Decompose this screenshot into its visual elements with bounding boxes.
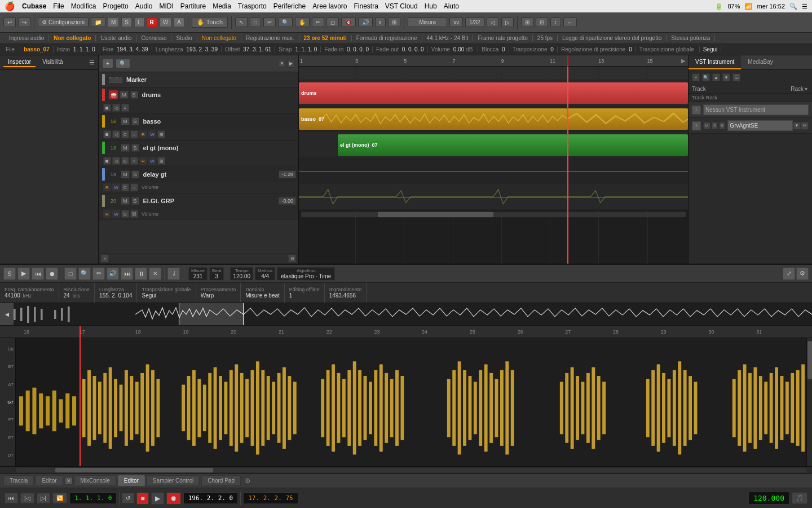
editor-rewind-btn[interactable]: ⏮ — [32, 268, 44, 280]
m-btn[interactable]: M — [108, 17, 119, 27]
basso-r-btn[interactable]: R — [139, 130, 147, 138]
loop-btn[interactable]: ⏮ — [5, 493, 18, 503]
menu-audio[interactable]: Audio — [135, 2, 153, 10]
editor-ff-btn[interactable]: ⏭ — [121, 268, 133, 280]
editor-speaker-btn[interactable]: 🔊 — [107, 268, 119, 280]
rack-dropdown-icon[interactable]: ▼ — [804, 86, 809, 92]
editor-pencil-btn[interactable]: ✏ — [92, 268, 105, 280]
basso-w-btn[interactable]: W — [148, 130, 156, 138]
tab-editor-1[interactable]: Editor — [36, 475, 63, 486]
overview-selection[interactable] — [179, 303, 244, 325]
l-btn[interactable]: L — [134, 17, 144, 27]
tool-select[interactable]: ↖ — [235, 17, 248, 27]
tracklist-settings-btn[interactable]: ⚙ — [288, 255, 296, 262]
vst-slot-2-edit[interactable]: ✏ — [801, 122, 809, 130]
inspector-menu-icon[interactable]: ☰ — [89, 59, 95, 66]
editor-expand-btn[interactable]: ⤢ — [783, 268, 795, 280]
vst-search-btn[interactable]: 🔍 — [702, 73, 710, 81]
vst-slot-1[interactable]: 1 Nessun VST Instrument — [689, 102, 812, 118]
drums-clip[interactable]: drums — [299, 82, 567, 104]
studio[interactable]: Studio — [171, 35, 197, 41]
menu-midi[interactable]: MIDI — [159, 2, 173, 10]
arrange-scrollbar[interactable] — [301, 212, 686, 217]
redo-btn[interactable]: ↪ — [18, 17, 30, 27]
r-btn[interactable]: R — [147, 17, 157, 27]
tab-editor-2[interactable]: Editor — [118, 475, 145, 486]
misura-btn[interactable]: Misura — [408, 17, 447, 27]
record-btn[interactable]: ⏺ — [166, 492, 181, 505]
add-track-btn[interactable]: + — [102, 59, 113, 68]
delay-mute-btn[interactable]: M — [121, 170, 130, 178]
grp-name[interactable]: El.Gt. GRP — [141, 196, 177, 205]
vv-btn[interactable]: vv — [449, 17, 463, 27]
tb3[interactable]: ↕ — [550, 17, 561, 27]
editor-close-btn[interactable]: ✕ — [149, 268, 161, 280]
delay-r-btn[interactable]: R — [103, 183, 111, 191]
tab-close-btn[interactable]: ✕ — [65, 477, 73, 485]
drums-solo-btn[interactable]: S — [130, 91, 138, 99]
delay-w-btn[interactable]: W — [112, 183, 120, 191]
tab-settings-icon[interactable]: ⚙ — [245, 477, 251, 485]
transport-pos2[interactable]: 196. 2. 2. 0 — [183, 492, 238, 504]
menu-progetto[interactable]: Progetto — [103, 2, 128, 10]
menu-partiture[interactable]: Partiture — [180, 2, 206, 10]
tab-sampler[interactable]: Sampler Control — [147, 475, 200, 486]
drums-name[interactable]: drums — [140, 90, 164, 99]
delay-name[interactable]: delay gt — [141, 170, 169, 179]
tool-lines[interactable]: ⫾ — [375, 17, 386, 27]
grp-c-btn[interactable]: C — [121, 210, 129, 218]
drums-clip-2[interactable] — [567, 82, 688, 104]
drums-prev-btn[interactable]: ◁ — [112, 104, 120, 112]
inspector-tab[interactable]: Inspector — [3, 58, 36, 67]
elgt-name[interactable]: el gt (mono) — [141, 143, 181, 152]
drums-mute-btn[interactable]: M — [120, 91, 129, 99]
vst-slot-2-arrow[interactable]: ▼ — [793, 122, 801, 130]
search-track-btn[interactable]: 🔍 — [116, 59, 130, 68]
basso-record-btn[interactable]: ⏺ — [103, 130, 111, 138]
expand-all-btn[interactable]: ▼ — [278, 60, 286, 68]
vst-slot-2[interactable]: 2 M S E GrvAgntSE ▼ ✏ — [689, 118, 812, 134]
editor-zoom-btn[interactable]: 🔍 — [78, 268, 91, 280]
tool-mute[interactable]: 🔇 — [341, 17, 356, 27]
vst-add-btn[interactable]: + — [692, 73, 700, 81]
elgt-solo-btn[interactable]: S — [131, 144, 139, 152]
elgt-o-btn[interactable]: ○ — [130, 157, 138, 165]
cycle-btn[interactable]: ↺ — [122, 493, 134, 503]
tb4[interactable]: ↔ — [563, 17, 577, 27]
menu-file[interactable]: File — [53, 2, 64, 10]
connesso[interactable]: Connesso — [136, 35, 171, 41]
a-btn[interactable]: A — [174, 17, 184, 27]
metronome-btn[interactable]: 🎵 — [792, 492, 807, 504]
misure-val[interactable]: 231 — [193, 273, 203, 279]
tab-chord[interactable]: Chord Pad — [201, 475, 241, 486]
tempo-val[interactable]: 120.00 — [233, 273, 250, 279]
editor-note-btn[interactable]: ♩ — [167, 268, 180, 280]
menu-hub[interactable]: Hub — [425, 2, 437, 10]
transport-pos[interactable]: 1. 1. 1. 0 — [69, 492, 117, 504]
menu-periferiche[interactable]: Periferiche — [273, 2, 306, 10]
tool-cut[interactable]: ✂ — [263, 17, 276, 27]
search-icon[interactable]: 🔍 — [789, 3, 797, 10]
next-btn[interactable]: ▷ — [501, 17, 514, 27]
editor-pause-btn[interactable]: ⏸ — [135, 268, 147, 280]
vst-slot-1-btn[interactable]: Nessun VST Instrument — [703, 104, 809, 115]
delay-o-btn[interactable]: ○ — [130, 183, 138, 191]
basso-c-btn[interactable]: C — [121, 130, 129, 138]
wf-vscrollbar[interactable] — [806, 338, 812, 466]
snap-btn[interactable]: 1/32 — [465, 17, 484, 27]
tool-eraser[interactable]: ◻ — [326, 17, 339, 27]
basso-clip[interactable]: basso_07 — [299, 108, 567, 130]
tool-rect[interactable]: □ — [250, 17, 261, 27]
grp-mute-btn[interactable]: M — [121, 197, 130, 205]
transport-end-pos[interactable]: 17. 2. 2. 75 — [243, 492, 298, 504]
menu-vst[interactable]: VST Cloud — [385, 2, 418, 10]
grp-solo-btn[interactable]: S — [131, 197, 139, 205]
mediabay-tab[interactable]: MediaBay — [741, 55, 779, 69]
tb2[interactable]: ⊟ — [536, 17, 548, 27]
basso-solo-btn[interactable]: S — [131, 117, 139, 125]
delay-solo-btn[interactable]: S — [131, 170, 139, 178]
list-icon[interactable]: ☰ — [802, 3, 807, 10]
play-btn[interactable]: ▶ — [151, 492, 164, 505]
elgt-eq-btn[interactable]: ⊞ — [157, 157, 165, 165]
elgt-w-btn[interactable]: W — [148, 157, 156, 165]
